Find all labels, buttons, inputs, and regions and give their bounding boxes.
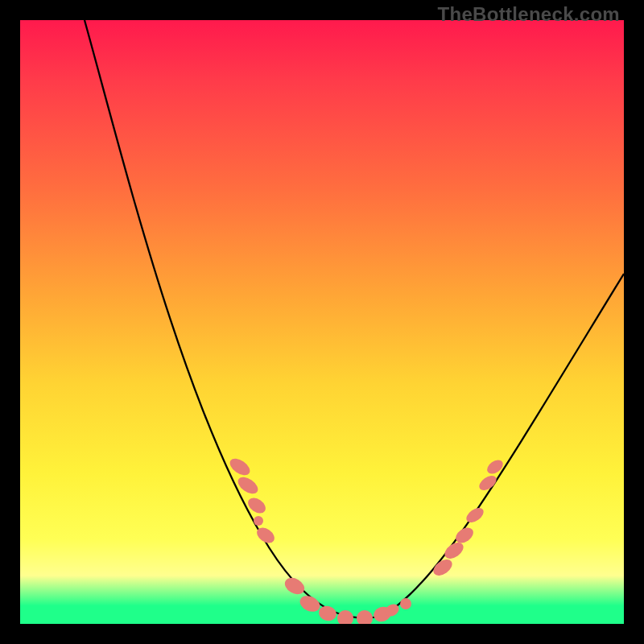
chart-frame xyxy=(20,20,624,624)
watermark-text: TheBottleneck.com xyxy=(438,3,620,26)
marker-dot xyxy=(464,505,486,525)
marker-dot xyxy=(400,598,411,609)
marker-dot xyxy=(282,575,308,598)
marker-dot xyxy=(254,516,263,526)
chart-svg xyxy=(20,20,624,624)
marker-dot xyxy=(357,610,373,624)
bottleneck-curve-line xyxy=(85,20,624,618)
marker-dot xyxy=(337,610,353,624)
marker-dot xyxy=(317,604,338,622)
marker-dot xyxy=(485,457,506,477)
marker-dots-group xyxy=(227,455,506,624)
